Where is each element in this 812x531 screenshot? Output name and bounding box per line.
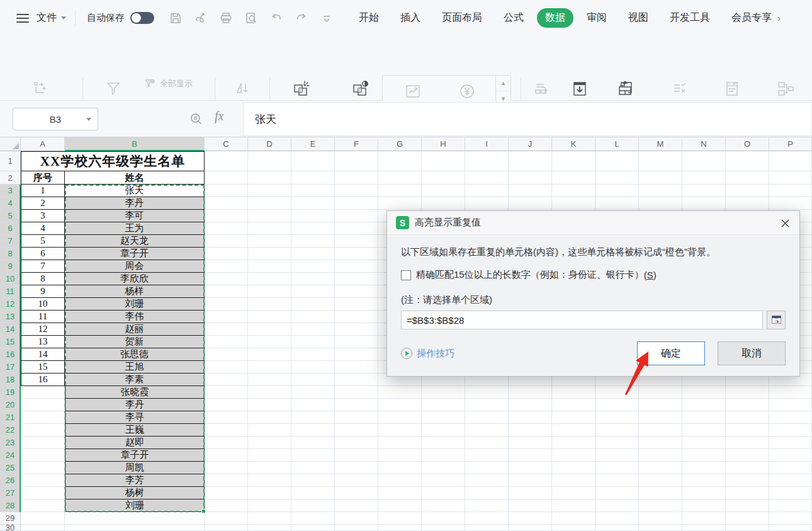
- grid-cell-E13[interactable]: [291, 311, 335, 323]
- grid-cell-O24[interactable]: [726, 449, 769, 462]
- grid-cell-H24[interactable]: [422, 449, 465, 462]
- grid-cell-K21[interactable]: [552, 411, 595, 424]
- row-header-7[interactable]: 7: [0, 235, 21, 248]
- grid-cell-C26[interactable]: [205, 474, 248, 487]
- grid-cell-M25[interactable]: [639, 462, 682, 474]
- ribbon-tab-5[interactable]: 审阅: [578, 8, 615, 28]
- grid-cell-L3[interactable]: [595, 185, 639, 197]
- grid-cell-B10[interactable]: 李欣欣: [65, 273, 205, 285]
- save-icon[interactable]: [168, 11, 183, 26]
- grid-cell-B8[interactable]: 章子开: [65, 248, 205, 260]
- grid-cell-L25[interactable]: [595, 462, 639, 474]
- grid-cell-D14[interactable]: [248, 323, 291, 336]
- grid-cell-D27[interactable]: [248, 487, 291, 500]
- grid-cell-D29[interactable]: [248, 512, 291, 525]
- grid-cell-I19[interactable]: [465, 386, 509, 399]
- grid-cell-D9[interactable]: [248, 260, 291, 273]
- grid-cell-P19[interactable]: [769, 386, 812, 399]
- grid-cell-C27[interactable]: [205, 487, 248, 500]
- grid-cell-F28[interactable]: [335, 500, 378, 512]
- grid-cell-G28[interactable]: [378, 500, 422, 512]
- grid-cell-N23[interactable]: [682, 437, 726, 449]
- grid-cell-C24[interactable]: [205, 449, 248, 462]
- grid-cell-A8[interactable]: 6: [21, 248, 65, 260]
- fx-icon[interactable]: fx: [215, 109, 223, 123]
- grid-cell-C3[interactable]: [205, 185, 248, 197]
- grid-cell-C10[interactable]: [205, 273, 248, 285]
- grid-cell-F13[interactable]: [335, 311, 378, 323]
- grid-cell-B27[interactable]: 杨树: [65, 487, 205, 500]
- ribbon-tab-3[interactable]: 公式: [495, 8, 532, 28]
- grid-cell-A22[interactable]: [21, 424, 65, 437]
- grid-cell-E17[interactable]: [291, 361, 335, 374]
- grid-cell-P2[interactable]: [769, 171, 812, 185]
- grid-cell-H22[interactable]: [422, 424, 465, 437]
- grid-cell-F4[interactable]: [335, 197, 378, 210]
- customize-toolbar-icon[interactable]: [319, 11, 334, 26]
- grid-cell-I25[interactable]: [465, 462, 509, 474]
- grid-cell-J25[interactable]: [509, 462, 552, 474]
- grid-cell-F25[interactable]: [335, 462, 378, 474]
- dialog-title-bar[interactable]: S 高亮显示重复值: [387, 211, 799, 235]
- grid-cell-F21[interactable]: [335, 411, 378, 424]
- grid-cell-P28[interactable]: [769, 500, 812, 512]
- undo-icon[interactable]: [269, 11, 284, 26]
- show-all-button[interactable]: 全部显示: [144, 77, 193, 90]
- grid-cell-E16[interactable]: [291, 348, 335, 361]
- grid-cell-C28[interactable]: [205, 500, 248, 512]
- file-menu[interactable]: 文件: [37, 11, 66, 25]
- grid-cell-I23[interactable]: [465, 437, 509, 449]
- grid-cell-L4[interactable]: [595, 197, 639, 210]
- column-header-F[interactable]: F: [335, 137, 378, 151]
- ribbon-tab-8[interactable]: 会员专享: [723, 8, 780, 28]
- grid-cell-F3[interactable]: [335, 185, 378, 197]
- grid-cell-E7[interactable]: [291, 235, 335, 248]
- grid-cell-I4[interactable]: [465, 197, 509, 210]
- redo-icon[interactable]: [294, 11, 309, 26]
- grid-cell-C23[interactable]: [205, 437, 248, 449]
- grid-cell-B15[interactable]: 贺新: [65, 336, 205, 348]
- grid-cell-E5[interactable]: [291, 210, 335, 222]
- grid-cell-A27[interactable]: [21, 487, 65, 500]
- grid-cell-O20[interactable]: [726, 399, 769, 411]
- grid-cell-J29[interactable]: [509, 512, 552, 525]
- exact-match-checkbox-row[interactable]: 精确匹配15位以上的长数字（例如：身份证、银行卡） (S): [401, 269, 657, 281]
- grid-cell-E20[interactable]: [291, 399, 335, 411]
- more-tabs-chevron-icon[interactable]: ›: [777, 13, 781, 23]
- grid-cell-B12[interactable]: 刘珊: [65, 298, 205, 311]
- grid-cell-D3[interactable]: [248, 185, 291, 197]
- grid-cell-A10[interactable]: 8: [21, 273, 65, 285]
- grid-cell-A29[interactable]: [21, 512, 65, 525]
- grid-cell-M30[interactable]: [639, 525, 682, 531]
- row-header-6[interactable]: 6: [0, 222, 21, 235]
- grid-cell-G24[interactable]: [378, 449, 422, 462]
- grid-cell-A7[interactable]: 5: [21, 235, 65, 248]
- grid-cell-E23[interactable]: [291, 437, 335, 449]
- grid-cell-F30[interactable]: [335, 525, 378, 531]
- grid-cell-M29[interactable]: [639, 512, 682, 525]
- grid-cell-N26[interactable]: [682, 474, 726, 487]
- grid-cell-F15[interactable]: [335, 336, 378, 348]
- ribbon-tab-0[interactable]: 开始: [351, 8, 387, 28]
- grid-cell-D15[interactable]: [248, 336, 291, 348]
- range-input[interactable]: =$B$3:$B$28: [401, 311, 763, 329]
- grid-cell-I22[interactable]: [465, 424, 509, 437]
- ribbon-tab-1[interactable]: 插入: [392, 8, 429, 28]
- column-header-P[interactable]: P: [769, 137, 812, 151]
- row-header-15[interactable]: 15: [0, 336, 21, 348]
- grid-cell-J1[interactable]: [509, 151, 552, 171]
- grid-cell-K22[interactable]: [552, 424, 595, 437]
- grid-cell-F7[interactable]: [335, 235, 378, 248]
- grid-cell-F29[interactable]: [335, 512, 378, 525]
- grid-cell-P30[interactable]: [769, 525, 812, 531]
- column-header-M[interactable]: M: [639, 137, 682, 151]
- grid-cell-M21[interactable]: [639, 411, 682, 424]
- grid-cell-N25[interactable]: [682, 462, 726, 474]
- grid-cell-P26[interactable]: [769, 474, 812, 487]
- grid-cell-C20[interactable]: [205, 399, 248, 411]
- grid-cell-A26[interactable]: [21, 474, 65, 487]
- grid-cell-G26[interactable]: [378, 474, 422, 487]
- ribbon-tab-2[interactable]: 页面布局: [434, 8, 490, 28]
- grid-cell-J4[interactable]: [509, 197, 552, 210]
- grid-cell-B28[interactable]: 刘珊: [65, 500, 205, 512]
